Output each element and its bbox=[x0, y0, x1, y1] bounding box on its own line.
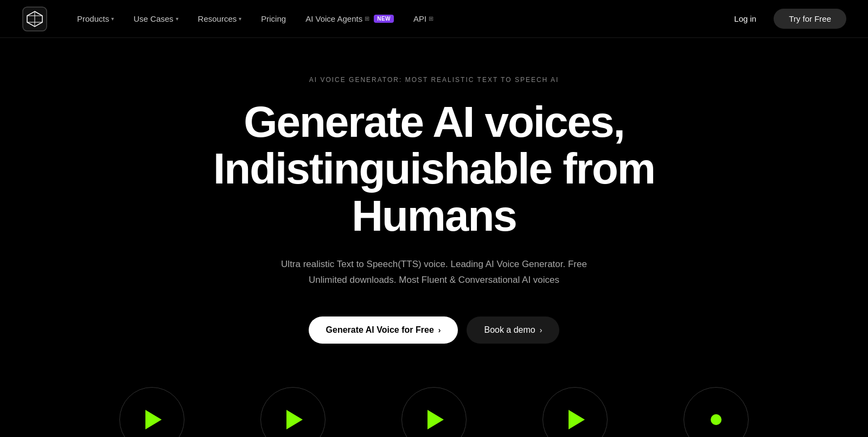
nav-links: Products ▾ Use Cases ▾ Resources ▾ Prici… bbox=[69, 10, 725, 28]
login-button[interactable]: Log in bbox=[725, 10, 765, 28]
nav-item-ai-voice-agents[interactable]: AI Voice Agents ⊞ NEW bbox=[298, 10, 401, 28]
hero-section: AI VOICE GENERATOR: MOST REALISTIC TEXT … bbox=[0, 38, 868, 437]
logo[interactable] bbox=[22, 6, 48, 32]
chevron-down-icon: ▾ bbox=[239, 16, 241, 22]
hero-title: Generate AI voices, Indistinguishable fr… bbox=[213, 99, 655, 239]
hero-eyebrow: AI VOICE GENERATOR: MOST REALISTIC TEXT … bbox=[309, 76, 559, 84]
nav-item-api[interactable]: API ⊞ bbox=[406, 10, 441, 28]
play-icon bbox=[145, 410, 162, 429]
feature-card-videos: Voice Your videos bbox=[239, 387, 347, 437]
feature-card-conversational-ai: Voice Your Conversational AI bbox=[98, 387, 206, 437]
dot-icon bbox=[711, 414, 722, 425]
feature-card-custom-voices: Create Custom AI Voices bbox=[662, 387, 770, 437]
external-link-icon: ⊞ bbox=[429, 15, 433, 22]
arrow-icon: › bbox=[438, 326, 441, 334]
play-icon bbox=[286, 410, 303, 429]
nav-item-resources[interactable]: Resources ▾ bbox=[190, 10, 250, 28]
new-badge: NEW bbox=[374, 15, 394, 23]
external-link-icon: ⊞ bbox=[365, 15, 369, 22]
custom-voices-button[interactable] bbox=[684, 387, 749, 437]
nav-item-pricing[interactable]: Pricing bbox=[253, 10, 293, 28]
chevron-down-icon: ▾ bbox=[111, 16, 114, 22]
nav-item-use-cases[interactable]: Use Cases ▾ bbox=[126, 10, 186, 28]
book-demo-button[interactable]: Book a demo › bbox=[467, 316, 559, 344]
play-button-characters[interactable] bbox=[542, 387, 608, 437]
nav-actions: Log in Try for Free bbox=[725, 9, 846, 29]
nav-item-products[interactable]: Products ▾ bbox=[69, 10, 122, 28]
play-button-conversational-ai[interactable] bbox=[119, 387, 184, 437]
hero-subtitle: Ultra realistic Text to Speech(TTS) voic… bbox=[271, 257, 597, 288]
play-button-stories[interactable] bbox=[401, 387, 467, 437]
feature-card-characters: Voice your Characters bbox=[521, 387, 629, 437]
generate-voice-button[interactable]: Generate AI Voice for Free › bbox=[309, 316, 458, 344]
navbar: Products ▾ Use Cases ▾ Resources ▾ Prici… bbox=[0, 0, 868, 38]
chevron-down-icon: ▾ bbox=[176, 16, 178, 22]
play-icon bbox=[427, 410, 444, 429]
feature-row: Voice Your Conversational AI Voice Your … bbox=[65, 387, 803, 437]
hero-ctas: Generate AI Voice for Free › Book a demo… bbox=[309, 316, 560, 344]
play-icon bbox=[569, 410, 585, 429]
feature-card-stories: Narrate Your Stories bbox=[380, 387, 488, 437]
try-for-free-button[interactable]: Try for Free bbox=[774, 9, 846, 29]
arrow-icon: › bbox=[540, 326, 542, 334]
play-button-videos[interactable] bbox=[260, 387, 326, 437]
